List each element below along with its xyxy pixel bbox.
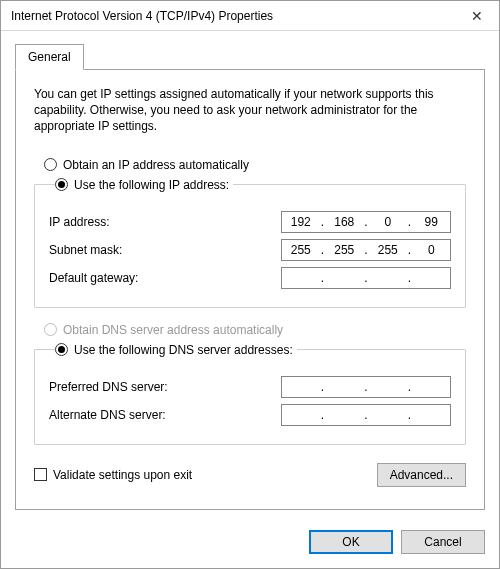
ip-octet[interactable]: 255 bbox=[329, 243, 359, 257]
radio-ip-manual[interactable]: Use the following IP address: bbox=[55, 178, 229, 192]
tabstrip: General bbox=[15, 43, 485, 69]
radio-dns-manual[interactable]: Use the following DNS server addresses: bbox=[55, 343, 293, 357]
field-label: Subnet mask: bbox=[49, 243, 281, 257]
group-dns-manual: Use the following DNS server addresses: … bbox=[34, 340, 466, 445]
radio-icon bbox=[55, 178, 68, 191]
field-preferred-dns: Preferred DNS server: . . . bbox=[49, 376, 451, 398]
field-alternate-dns: Alternate DNS server: . . . bbox=[49, 404, 451, 426]
radio-icon bbox=[55, 343, 68, 356]
radio-dns-auto: Obtain DNS server address automatically bbox=[44, 323, 466, 337]
bottom-row: Validate settings upon exit Advanced... bbox=[34, 463, 466, 487]
ip-octet[interactable]: 0 bbox=[416, 243, 446, 257]
field-default-gateway: Default gateway: . . . bbox=[49, 267, 451, 289]
field-label: Preferred DNS server: bbox=[49, 380, 281, 394]
group-ip-manual: Use the following IP address: IP address… bbox=[34, 175, 466, 308]
alternate-dns-input[interactable]: . . . bbox=[281, 404, 451, 426]
ip-address-input[interactable]: 192. 168. 0. 99 bbox=[281, 211, 451, 233]
validate-checkbox[interactable]: Validate settings upon exit bbox=[34, 468, 192, 482]
description-text: You can get IP settings assigned automat… bbox=[34, 86, 466, 135]
ip-octet[interactable]: 255 bbox=[373, 243, 403, 257]
field-label: Default gateway: bbox=[49, 271, 281, 285]
ok-button[interactable]: OK bbox=[309, 530, 393, 554]
ip-octet[interactable]: 255 bbox=[286, 243, 316, 257]
tab-panel-general: You can get IP settings assigned automat… bbox=[15, 69, 485, 510]
close-icon[interactable]: ✕ bbox=[454, 1, 499, 31]
cancel-button[interactable]: Cancel bbox=[401, 530, 485, 554]
dialog-footer: OK Cancel bbox=[1, 520, 499, 568]
ip-octet[interactable]: 168 bbox=[329, 215, 359, 229]
subnet-mask-input[interactable]: 255. 255. 255. 0 bbox=[281, 239, 451, 261]
dialog-window: Internet Protocol Version 4 (TCP/IPv4) P… bbox=[0, 0, 500, 569]
titlebar: Internet Protocol Version 4 (TCP/IPv4) P… bbox=[1, 1, 499, 31]
field-subnet-mask: Subnet mask: 255. 255. 255. 0 bbox=[49, 239, 451, 261]
field-label: Alternate DNS server: bbox=[49, 408, 281, 422]
radio-icon bbox=[44, 158, 57, 171]
advanced-button[interactable]: Advanced... bbox=[377, 463, 466, 487]
radio-icon bbox=[44, 323, 57, 336]
ip-octet[interactable]: 99 bbox=[416, 215, 446, 229]
ip-octet[interactable]: 0 bbox=[373, 215, 403, 229]
default-gateway-input[interactable]: . . . bbox=[281, 267, 451, 289]
content-area: General You can get IP settings assigned… bbox=[1, 31, 499, 520]
ip-octet[interactable]: 192 bbox=[286, 215, 316, 229]
checkbox-label: Validate settings upon exit bbox=[53, 468, 192, 482]
tab-general[interactable]: General bbox=[15, 44, 84, 70]
preferred-dns-input[interactable]: . . . bbox=[281, 376, 451, 398]
radio-label: Obtain an IP address automatically bbox=[63, 158, 249, 172]
radio-label: Obtain DNS server address automatically bbox=[63, 323, 283, 337]
window-title: Internet Protocol Version 4 (TCP/IPv4) P… bbox=[11, 9, 454, 23]
radio-label: Use the following DNS server addresses: bbox=[74, 343, 293, 357]
checkbox-icon bbox=[34, 468, 47, 481]
field-label: IP address: bbox=[49, 215, 281, 229]
radio-ip-auto[interactable]: Obtain an IP address automatically bbox=[44, 158, 466, 172]
field-ip-address: IP address: 192. 168. 0. 99 bbox=[49, 211, 451, 233]
radio-label: Use the following IP address: bbox=[74, 178, 229, 192]
